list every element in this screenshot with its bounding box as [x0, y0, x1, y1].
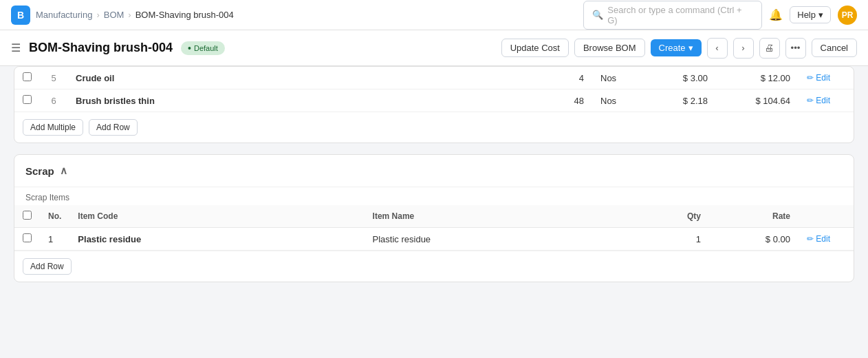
items-section-card: 5 Crude oil 4 Nos $ 3.00 $ 12.00 ✏ Edit …: [14, 66, 854, 143]
cancel-button[interactable]: Cancel: [812, 39, 857, 57]
row-rate: $ 2.18: [633, 90, 716, 112]
search-box[interactable]: 🔍 Search or type a command (Ctrl + G): [583, 1, 762, 30]
scrap-add-row-button[interactable]: Add Row: [23, 258, 72, 275]
breadcrumb: Manufacturing › BOM › BOM-Shaving brush-…: [36, 10, 234, 20]
chevron-down-icon: ▾: [818, 10, 823, 20]
row-rate: $ 3.00: [633, 67, 716, 90]
items-row-actions: Add Multiple Add Row: [14, 112, 854, 143]
row-checkbox[interactable]: [23, 72, 32, 81]
breadcrumb-bom[interactable]: BOM: [104, 10, 124, 20]
scrap-select-all-checkbox[interactable]: [23, 211, 32, 220]
hamburger-icon[interactable]: ☰: [11, 41, 21, 54]
app-icon: B: [11, 6, 30, 25]
row-uom: Nos: [592, 67, 633, 90]
prev-nav-button[interactable]: ‹: [707, 38, 728, 59]
table-row: 5 Crude oil 4 Nos $ 3.00 $ 12.00 ✏ Edit: [14, 67, 854, 90]
search-icon: 🔍: [592, 10, 603, 20]
scrap-row-rate: $ 0.00: [709, 228, 799, 251]
scrap-table-row: 1 Plastic residue Plastic residue 1 $ 0.…: [14, 228, 854, 251]
default-badge: Default: [181, 41, 225, 55]
page-title: BOM-Shaving brush-004: [29, 41, 173, 55]
scrap-edit-link[interactable]: ✏ Edit: [807, 234, 845, 244]
search-placeholder: Search or type a command (Ctrl + G): [607, 5, 753, 25]
browse-bom-button[interactable]: Browse BOM: [574, 39, 645, 57]
table-row: 6 Brush bristles thin 48 Nos $ 2.18 $ 10…: [14, 90, 854, 112]
row-item-code: Brush bristles thin: [67, 90, 537, 112]
scrap-row-actions: Add Row: [14, 251, 854, 282]
topbar: B Manufacturing › BOM › BOM-Shaving brus…: [0, 0, 868, 30]
breadcrumb-sep-1: ›: [96, 10, 99, 20]
row-amount: $ 104.64: [716, 90, 799, 112]
col-rate-header: Rate: [709, 205, 799, 228]
row-qty: 4: [537, 67, 592, 90]
scrap-row-qty: 1: [640, 228, 709, 251]
scrap-row-checkbox[interactable]: [23, 233, 32, 242]
breadcrumb-sep-2: ›: [128, 10, 131, 20]
subheader: ☰ BOM-Shaving brush-004 Default Update C…: [0, 30, 868, 66]
row-no: 6: [40, 90, 67, 112]
scrap-title: Scrap: [25, 165, 54, 177]
help-button[interactable]: Help ▾: [790, 6, 831, 23]
col-qty-header: Qty: [640, 205, 709, 228]
row-qty: 48: [537, 90, 592, 112]
update-cost-button[interactable]: Update Cost: [501, 39, 569, 57]
row-amount: $ 12.00: [716, 67, 799, 90]
scrap-row-no: 1: [40, 228, 69, 251]
row-uom: Nos: [592, 90, 633, 112]
print-icon[interactable]: 🖨: [759, 38, 780, 59]
col-item-code-header: Item Code: [69, 205, 364, 228]
avatar: PR: [838, 6, 857, 25]
create-button[interactable]: Create ▾: [651, 39, 702, 56]
breadcrumb-current: BOM-Shaving brush-004: [135, 10, 234, 20]
scrap-table: No. Item Code Item Name Qty Rate 1 Plast…: [14, 205, 854, 251]
edit-link[interactable]: ✏ Edit: [807, 73, 845, 83]
subheader-actions: Update Cost Browse BOM Create ▾ ‹ › 🖨 ••…: [501, 38, 857, 59]
col-item-name-header: Item Name: [365, 205, 640, 228]
scrap-section-header: Scrap ∧: [14, 155, 854, 187]
edit-link[interactable]: ✏ Edit: [807, 96, 845, 105]
collapse-icon[interactable]: ∧: [60, 165, 67, 177]
main-content: 5 Crude oil 4 Nos $ 3.00 $ 12.00 ✏ Edit …: [0, 66, 868, 307]
notification-bell-icon[interactable]: 🔔: [769, 8, 783, 21]
col-no-header: No.: [40, 205, 69, 228]
scrap-row-item-code: Plastic residue: [69, 228, 364, 251]
scrap-row-item-name: Plastic residue: [365, 228, 640, 251]
scrap-section-card: Scrap ∧ Scrap Items No. Item Code Item N…: [14, 154, 854, 282]
add-multiple-button[interactable]: Add Multiple: [23, 119, 83, 136]
chevron-down-icon: ▾: [688, 43, 693, 53]
row-item-code: Crude oil: [67, 67, 537, 90]
row-no: 5: [40, 67, 67, 90]
topbar-right: 🔍 Search or type a command (Ctrl + G) 🔔 …: [583, 1, 857, 30]
breadcrumb-manufacturing[interactable]: Manufacturing: [36, 10, 92, 20]
next-nav-button[interactable]: ›: [733, 38, 754, 59]
more-options-icon[interactable]: •••: [785, 38, 806, 59]
items-table: 5 Crude oil 4 Nos $ 3.00 $ 12.00 ✏ Edit …: [14, 67, 854, 112]
row-checkbox[interactable]: [23, 95, 32, 104]
scrap-sub-label: Scrap Items: [14, 187, 854, 205]
add-row-button[interactable]: Add Row: [89, 119, 138, 136]
